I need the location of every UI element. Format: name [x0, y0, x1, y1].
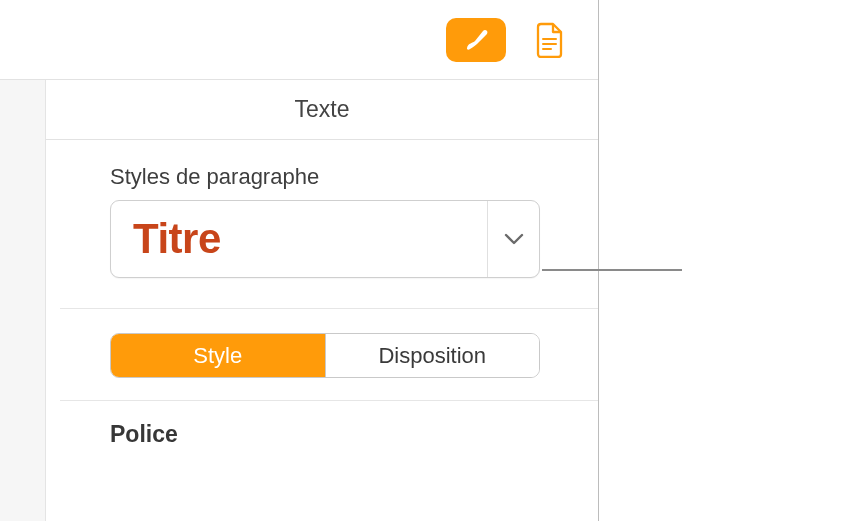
paragraph-styles-label: Styles de paragraphe: [110, 164, 542, 190]
text-subtabs: Style Disposition: [110, 333, 540, 378]
document-tab-button[interactable]: [520, 18, 580, 62]
paragraph-style-value: Titre: [111, 201, 487, 277]
paintbrush-icon: [459, 23, 493, 57]
paragraph-style-dropdown-arrow[interactable]: [487, 201, 539, 277]
inspector-toolbar: [0, 0, 598, 80]
divider: [60, 400, 598, 401]
document-icon: [535, 22, 565, 58]
format-inspector-panel: Texte Styles de paragraphe Titre Style D…: [0, 0, 599, 521]
inspector-header: Texte: [46, 80, 598, 140]
tab-style[interactable]: Style: [111, 334, 326, 377]
paragraph-style-picker[interactable]: Titre: [110, 200, 540, 278]
tab-disposition[interactable]: Disposition: [326, 334, 540, 377]
chevron-down-icon: [504, 233, 524, 245]
text-subtabs-row: Style Disposition: [110, 333, 540, 378]
callout-line: [542, 269, 682, 271]
inspector-title: Texte: [295, 96, 350, 123]
font-section-label: Police: [110, 421, 598, 448]
format-tab-button[interactable]: [446, 18, 506, 62]
inspector-main: Texte Styles de paragraphe Titre Style D…: [0, 80, 598, 448]
divider: [60, 308, 598, 309]
paragraph-styles-section: Styles de paragraphe Titre: [0, 140, 598, 278]
